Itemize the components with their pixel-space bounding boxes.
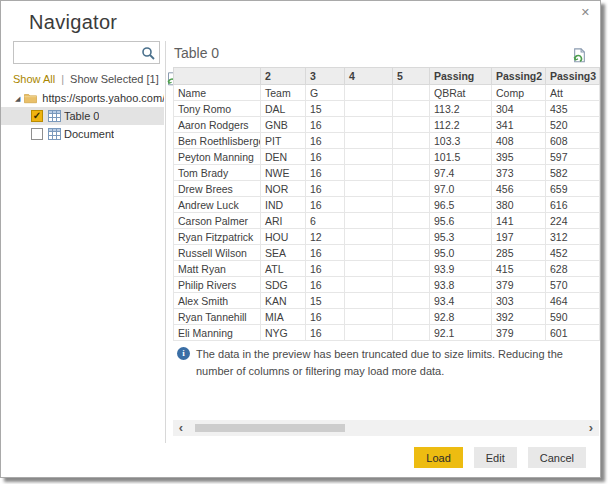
table-row: Carson Palmer ARI 6 95.6 141 224 [174, 213, 600, 229]
cell: 16 [306, 309, 345, 325]
cell: PIT [261, 133, 306, 149]
cell: 95.6 [430, 213, 492, 229]
column-header: Passing [430, 68, 492, 85]
scroll-left-icon[interactable]: ‹ [173, 420, 189, 436]
cell: 92.8 [430, 309, 492, 325]
table-row: Alex Smith KAN 15 93.4 303 464 [174, 293, 600, 309]
table-row: Tony Romo DAL 15 113.2 304 435 [174, 101, 600, 117]
cell: 6 [306, 213, 345, 229]
search-input[interactable] [16, 44, 138, 61]
cell: 15 [306, 101, 345, 117]
cell [345, 229, 393, 245]
scrollbar-thumb[interactable] [195, 424, 345, 432]
scroll-right-icon[interactable]: › [583, 420, 599, 436]
header-row: 2345PassingPassing2Passing3 [174, 68, 600, 85]
cell: 16 [306, 181, 345, 197]
column-header: 3 [306, 68, 345, 85]
cell: Andrew Luck [174, 197, 261, 213]
cell [345, 245, 393, 261]
cell: KAN [261, 293, 306, 309]
cell: 224 [546, 213, 600, 229]
cell: NOR [261, 181, 306, 197]
cell: Alex Smith [174, 293, 261, 309]
tree-item-table0[interactable]: ✓ Table 0 [1, 107, 164, 125]
cell: GNB [261, 117, 306, 133]
cell: 16 [306, 117, 345, 133]
cell: ARI [261, 213, 306, 229]
cell: 570 [546, 277, 600, 293]
search-box [13, 41, 160, 64]
cell: 392 [492, 309, 546, 325]
table0-checkbox[interactable]: ✓ [31, 110, 43, 122]
table-row: Ryan Tannehill MIA 16 92.8 392 590 [174, 309, 600, 325]
cell [393, 229, 430, 245]
cell: 15 [306, 293, 345, 309]
cell: 304 [492, 101, 546, 117]
column-header: Passing3 [546, 68, 600, 85]
cell [393, 277, 430, 293]
cell: MIA [261, 309, 306, 325]
navigator-dialog: Navigator ✕ Show All | Show Selected [1]… [0, 0, 601, 478]
table-row: Matt Ryan ATL 16 93.9 415 628 [174, 261, 600, 277]
preview-table: 2345PassingPassing2Passing3 Name Team G … [173, 67, 600, 341]
cell [393, 197, 430, 213]
cell: 16 [306, 149, 345, 165]
cell: 590 [546, 309, 600, 325]
cell [393, 293, 430, 309]
cell: Tom Brady [174, 165, 261, 181]
table-row: Ben Roethlisberger PIT 16 103.3 408 608 [174, 133, 600, 149]
load-button[interactable]: Load [414, 447, 462, 468]
filter-links: Show All | Show Selected [1] [13, 72, 179, 86]
cell: 616 [546, 197, 600, 213]
cell [345, 165, 393, 181]
cell: Team [261, 85, 306, 101]
refresh-preview-icon[interactable] [573, 48, 586, 63]
cell: Tony Romo [174, 101, 261, 117]
cell: Ryan Tannehill [174, 309, 261, 325]
cancel-button[interactable]: Cancel [528, 447, 586, 468]
cell: 597 [546, 149, 600, 165]
cell: 97.0 [430, 181, 492, 197]
cell: Comp [492, 85, 546, 101]
folder-icon [24, 92, 37, 104]
tree-item-document[interactable]: Document [1, 125, 164, 143]
table-row: Peyton Manning DEN 16 101.5 395 597 [174, 149, 600, 165]
edit-button[interactable]: Edit [474, 447, 517, 468]
column-header: 4 [345, 68, 393, 85]
cell [393, 309, 430, 325]
cell [345, 133, 393, 149]
show-selected-link[interactable]: Show Selected [1] [70, 73, 159, 85]
cell [345, 325, 393, 341]
cell: 303 [492, 293, 546, 309]
cell: 464 [546, 293, 600, 309]
table-icon [48, 128, 61, 140]
cell: 379 [492, 277, 546, 293]
tree-root-item[interactable]: ◢ https://sports.yahoo.com/nf... [1, 89, 164, 107]
cell: 101.5 [430, 149, 492, 165]
cell: 16 [306, 133, 345, 149]
cell: 452 [546, 245, 600, 261]
column-header: 2 [261, 68, 306, 85]
cell [393, 261, 430, 277]
show-all-link[interactable]: Show All [13, 73, 55, 85]
search-icon[interactable] [141, 46, 155, 60]
table-row: Name Team G QBRat Comp Att [174, 85, 600, 101]
preview-title: Table 0 [174, 45, 219, 61]
cell: SEA [261, 245, 306, 261]
cell [393, 325, 430, 341]
horizontal-scrollbar[interactable]: ‹ › [173, 420, 599, 436]
cell: 415 [492, 261, 546, 277]
column-header [174, 68, 261, 85]
cell: 95.0 [430, 245, 492, 261]
table-row: Ryan Fitzpatrick HOU 12 95.3 197 312 [174, 229, 600, 245]
cell: 395 [492, 149, 546, 165]
cell [393, 117, 430, 133]
expander-icon[interactable]: ◢ [15, 95, 20, 102]
cell [393, 101, 430, 117]
navigation-tree: ◢ https://sports.yahoo.com/nf... ✓ Table… [1, 89, 164, 143]
cell [345, 213, 393, 229]
cell [345, 261, 393, 277]
close-icon[interactable]: ✕ [581, 6, 590, 19]
tree-item-label: Table 0 [64, 110, 99, 122]
document-checkbox[interactable] [31, 128, 43, 140]
